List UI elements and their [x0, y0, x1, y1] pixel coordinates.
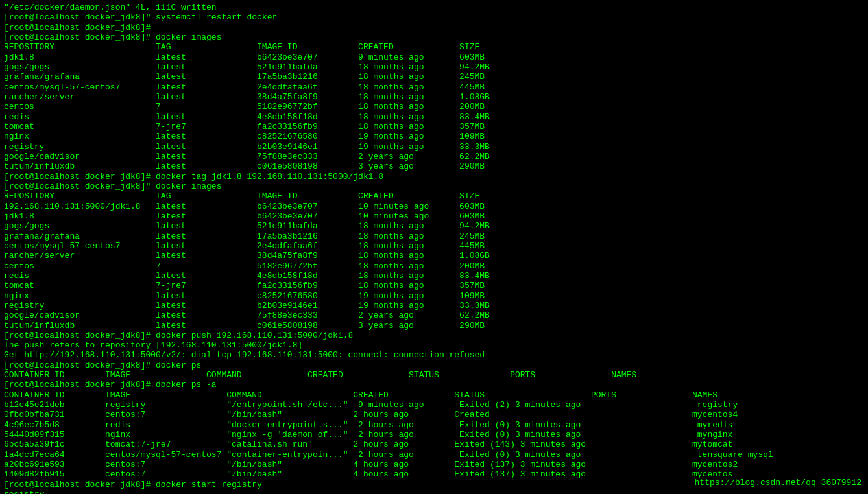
terminal-line: google/cadvisor latest 75f88e3ec333 2 ye… [4, 311, 864, 320]
terminal-line: registry [4, 489, 864, 494]
terminal-line: gogs/gogs latest 521c911bafda 18 months … [4, 221, 864, 231]
terminal-line: CONTAINER ID IMAGE COMMAND CREATED STATU… [4, 390, 864, 400]
terminal-line: REPOSITORY TAG IMAGE ID CREATED SIZE [4, 42, 864, 52]
terminal-line: b12c45e21deb registry "/entrypoint.sh /e… [4, 400, 864, 410]
terminal-line: 192.168.110.131:5000/jdk1.8 latest b6423… [4, 202, 864, 211]
terminal-line: google/cadvisor latest 75f88e3ec333 2 ye… [4, 152, 864, 161]
terminal-line: [root@localhost docker_jdk8]# docker tag… [4, 172, 864, 182]
terminal-line: nginx latest c82521676580 19 months ago … [4, 291, 864, 301]
terminal-line: [root@localhost docker_jdk8]# docker ima… [4, 182, 864, 191]
terminal-line: centos/mysql-57-centos7 latest 2e4ddfafa… [4, 82, 864, 92]
terminal-line: redis latest 4e8db158f18d 18 months ago … [4, 112, 864, 122]
terminal-line: 54440d09f315 nginx "nginx -g 'daemon of.… [4, 430, 864, 440]
terminal-line: 4c96ec7b5d8 redis "docker-entrypoint.s..… [4, 420, 864, 430]
terminal-line: nginx latest c82521676580 19 months ago … [4, 132, 864, 141]
terminal-line: a20bc691e593 centos:7 "/bin/bash" 4 hour… [4, 460, 864, 469]
terminal-line: [root@localhost docker_jdk8]# docker ps [4, 360, 864, 370]
terminal-line: registry latest b2b03e9146e1 19 months a… [4, 301, 864, 311]
terminal-line: 1a4dcd7eca64 centos/mysql-57-centos7 "co… [4, 450, 864, 460]
terminal-line: registry latest b2b03e9146e1 19 months a… [4, 142, 864, 152]
terminal-line: grafana/grafana latest 17a5ba3b1216 18 m… [4, 231, 864, 241]
terminal-line: grafana/grafana latest 17a5ba3b1216 18 m… [4, 72, 864, 82]
terminal-line: rancher/server latest 38d4a75fa8f9 18 mo… [4, 92, 864, 102]
terminal-line: rancher/server latest 38d4a75fa8f9 18 mo… [4, 251, 864, 261]
terminal-line: tutum/influxdb latest c061e5808198 3 yea… [4, 161, 864, 171]
watermark: https://blog.csdn.net/qq_36079912 [695, 478, 862, 488]
terminal-line: tomcat 7-jre7 fa2c33156fb9 18 months ago… [4, 122, 864, 132]
terminal-line: tutum/influxdb latest c061e5808198 3 yea… [4, 321, 864, 331]
terminal-line: centos 7 5182e96772bf 18 months ago 200M… [4, 261, 864, 271]
terminal-line: REPOSITORY TAG IMAGE ID CREATED SIZE [4, 191, 864, 201]
terminal-line: Get http://192.168.110.131:5000/v2/: dia… [4, 350, 864, 360]
terminal-line: [root@localhost docker_jdk8]# [4, 23, 864, 32]
terminal-line: 0fbd0bfba731 centos:7 "/bin/bash" 2 hour… [4, 410, 864, 419]
terminal-line: tomcat 7-jre7 fa2c33156fb9 18 months ago… [4, 281, 864, 290]
terminal-line: "/etc/docker/daemon.json" 4L, 111C writt… [4, 3, 864, 12]
terminal-line: centos 7 5182e96772bf 18 months ago 200M… [4, 102, 864, 112]
terminal-line: jdk1.8 latest b6423be3e707 10 minutes ag… [4, 211, 864, 221]
terminal-line: [root@localhost docker_jdk8]# systemctl … [4, 12, 864, 22]
terminal-line: [root@localhost docker_jdk8]# docker pus… [4, 331, 864, 340]
terminal-line: 6bc5a5a39f1c tomcat:7-jre7 "catalina.sh … [4, 440, 864, 449]
terminal-line: The push refers to repository [192.168.1… [4, 340, 864, 350]
terminal-line: gogs/gogs latest 521c911bafda 18 months … [4, 62, 864, 72]
terminal-line: [root@localhost docker_jdk8]# docker ima… [4, 32, 864, 42]
terminal-line: centos/mysql-57-centos7 latest 2e4ddfafa… [4, 241, 864, 251]
terminal-line: jdk1.8 latest b6423be3e707 9 minutes ago… [4, 53, 864, 62]
terminal-line: [root@localhost docker_jdk8]# docker ps … [4, 380, 864, 390]
terminal-line: redis latest 4e8db158f18d 18 months ago … [4, 271, 864, 281]
terminal-line: CONTAINER ID IMAGE COMMAND CREATED STATU… [4, 370, 864, 380]
terminal-window: "/etc/docker/daemon.json" 4L, 111C writt… [0, 0, 868, 494]
